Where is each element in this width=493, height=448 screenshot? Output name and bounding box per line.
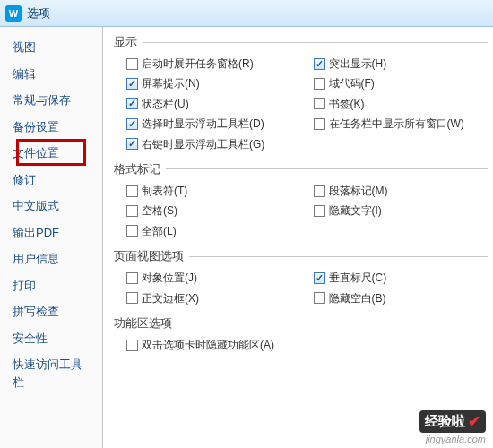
chk-label: 隐藏文字(I) [329,202,382,220]
group-ribbon: 功能区选项 双击选项卡时隐藏功能区(A) [114,315,488,355]
divider [143,42,488,43]
chk-doubleclick-hide-ribbon[interactable]: 双击选项卡时隐藏功能区(A) [114,335,488,355]
sidebar-item-edit[interactable]: 编辑 [0,61,102,88]
chk-label: 对象位置(J) [142,269,197,287]
watermark-badge: 经验啦✔ [419,410,486,433]
watermark: 经验啦✔ jingyanla.com [419,410,486,444]
chk-label: 右键时显示浮动工具栏(G) [142,135,264,153]
group-format-marks-title: 格式标记 [114,161,160,177]
chk-screen-tips[interactable]: 屏幕提示(N) [114,73,301,93]
window-titlebar: W 选项 [0,0,493,27]
divider [166,168,488,169]
chk-label: 全部(L) [142,222,177,240]
chk-label: 隐藏空白(B) [329,289,386,307]
sidebar-item-general-save[interactable]: 常规与保存 [0,87,102,114]
chk-label: 双击选项卡时隐藏功能区(A) [142,336,274,354]
group-display-title: 显示 [114,34,137,50]
sidebar-item-file-location[interactable]: 文件位置 [0,140,102,167]
chk-selection-float-toolbar[interactable]: 选择时显示浮动工具栏(D) [114,114,301,134]
sidebar-item-chinese-layout[interactable]: 中文版式 [0,193,102,220]
chk-object-position[interactable]: 对象位置(J) [114,268,301,288]
chk-tabs[interactable]: 制表符(T) [114,181,301,201]
chk-field-codes[interactable]: 域代码(F) [301,73,489,93]
chk-all[interactable]: 全部(L) [114,221,301,241]
group-ribbon-title: 功能区选项 [114,315,172,332]
sidebar-item-backup-settings[interactable]: 备份设置 [0,114,102,141]
chk-label: 状态栏(U) [142,95,189,113]
chk-label: 屏幕提示(N) [142,74,200,92]
sidebar-item-security[interactable]: 安全性 [0,325,102,352]
chk-label: 制表符(T) [142,182,187,200]
chk-label: 启动时展开任务窗格(R) [142,55,254,73]
chk-taskbar-all-windows[interactable]: 在任务栏中显示所有窗口(W) [301,114,489,134]
chk-body-border[interactable]: 正文边框(X) [114,289,301,308]
watermark-url: jingyanla.com [426,434,486,444]
group-page-view-title: 页面视图选项 [114,248,184,264]
chk-label: 书签(K) [329,95,365,113]
options-content: 显示 启动时展开任务窗格(R) 屏幕提示(N) 状态栏(U) 选择时显示浮动工具… [103,27,493,448]
check-icon: ✔ [468,412,480,431]
sidebar-item-quick-access-toolbar[interactable]: 快速访问工具栏 [0,351,102,395]
chk-label: 域代码(F) [329,74,375,92]
chk-vertical-ruler[interactable]: 垂直标尺(C) [301,268,489,288]
divider [177,323,488,323]
sidebar-item-output-pdf[interactable]: 输出PDF [0,220,102,246]
chk-status-bar[interactable]: 状态栏(U) [114,94,301,114]
chk-hide-whitespace[interactable]: 隐藏空白(B) [301,289,489,308]
chk-label: 垂直标尺(C) [329,269,387,287]
sidebar-item-view[interactable]: 视图 [0,34,102,61]
chk-label: 突出显示(H) [329,55,387,73]
chk-label: 在任务栏中显示所有窗口(W) [329,115,464,133]
app-icon: W [5,5,22,22]
group-format-marks: 格式标记 制表符(T) 空格(S) 全部(L) 段落标记(M) 隐藏文字(I) [114,161,488,241]
sidebar-item-spellcheck[interactable]: 拼写检查 [0,298,102,325]
sidebar-item-revision[interactable]: 修订 [0,167,102,194]
category-sidebar: 视图 编辑 常规与保存 备份设置 文件位置 修订 中文版式 输出PDF 用户信息… [0,27,103,448]
chk-highlight[interactable]: 突出显示(H) [301,54,489,73]
chk-hidden-text[interactable]: 隐藏文字(I) [301,201,489,220]
chk-rightclick-float-toolbar[interactable]: 右键时显示浮动工具栏(G) [114,134,301,154]
chk-label: 空格(S) [142,202,177,220]
chk-paragraph-marks[interactable]: 段落标记(M) [301,181,489,201]
dialog-body: 视图 编辑 常规与保存 备份设置 文件位置 修订 中文版式 输出PDF 用户信息… [0,27,493,448]
chk-label: 段落标记(M) [329,182,388,200]
group-display: 显示 启动时展开任务窗格(R) 屏幕提示(N) 状态栏(U) 选择时显示浮动工具… [114,34,488,154]
window-title: 选项 [27,5,50,22]
chk-startup-taskpane[interactable]: 启动时展开任务窗格(R) [114,54,301,73]
divider [189,256,488,257]
group-page-view: 页面视图选项 对象位置(J) 正文边框(X) 垂直标尺(C) 隐藏空白(B) [114,248,488,308]
chk-label: 正文边框(X) [142,289,199,307]
sidebar-item-print[interactable]: 打印 [0,272,102,299]
chk-spaces[interactable]: 空格(S) [114,201,301,220]
sidebar-item-user-info[interactable]: 用户信息 [0,246,102,272]
chk-label: 选择时显示浮动工具栏(D) [142,115,264,133]
chk-bookmarks[interactable]: 书签(K) [301,94,489,114]
